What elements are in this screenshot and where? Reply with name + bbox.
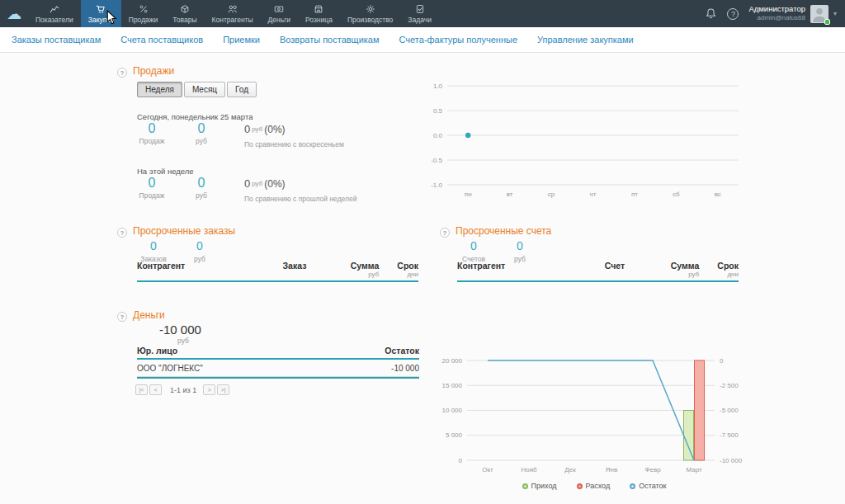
sales-week-stats: 0 Продаж 0 руб 0руб(0%) По сравнению с п… (137, 176, 356, 203)
money-chart: 20 000015 000-2 50010 000-5 0005 000-7 5… (427, 355, 758, 478)
pagination-last-button[interactable]: >| (217, 384, 229, 395)
topbar-item-metrics[interactable]: Показатели (28, 0, 81, 27)
svg-text:Нояб: Нояб (521, 466, 537, 473)
overdue-invoices-amount: 0 руб (505, 239, 535, 263)
svg-text:-10 000: -10 000 (720, 457, 743, 464)
topbar-item-label: Производство (347, 16, 393, 24)
help-icon-overdue-orders[interactable]: ? (117, 228, 127, 238)
topbar-item-money[interactable]: Деньги (261, 0, 298, 27)
sales-today-delta: 0руб(0%) По сравнению с воскресеньем (244, 121, 344, 148)
delta-percent: (0%) (264, 124, 285, 135)
help-icon-money[interactable]: ? (117, 312, 127, 322)
table-cell: ООО "ЛОГНЕКС" (137, 364, 306, 373)
svg-text:-2 500: -2 500 (720, 382, 739, 389)
column-header: Суммаруб (334, 261, 380, 278)
topbar-item-label: Задачи (408, 16, 432, 24)
overdue-orders-title: Просроченные заказы (133, 225, 235, 237)
topbar-item-sales[interactable]: Продажи (121, 0, 166, 27)
stat-value: 0 (139, 239, 168, 253)
topbar-item-tasks[interactable]: Задачи (400, 0, 439, 27)
money-total-unit: руб (177, 337, 201, 345)
overdue-orders-amount: 0 руб (185, 239, 215, 263)
notifications-bell-icon[interactable] (705, 7, 717, 20)
topbar-item-production[interactable]: Производство (340, 0, 400, 27)
help-icon-sales[interactable]: ? (117, 68, 127, 78)
tab-Неделя[interactable]: Неделя (137, 82, 182, 97)
svg-text:вс: вс (715, 191, 721, 198)
sales-today-amount: 0 руб (186, 121, 216, 145)
legend-item-Расход[interactable]: Расход (577, 482, 611, 490)
svg-text:-0.5: -0.5 (431, 157, 442, 164)
column-header: Срокдни (699, 261, 739, 278)
svg-text:5 000: 5 000 (446, 431, 463, 439)
user-menu[interactable]: Администратор admin@natus68 ▾ (748, 5, 837, 23)
stat-label: Продаж (137, 191, 167, 200)
table-row[interactable]: ООО "ЛОГНЕКС"-10 000 (137, 360, 419, 377)
tab-Месяц[interactable]: Месяц (184, 82, 225, 97)
money-chart-legend: ПриходРасходОстаток (446, 482, 743, 490)
topbar-item-retail[interactable]: Розница (298, 0, 340, 27)
user-meta: Администратор admin@natus68 (748, 5, 805, 21)
svg-text:1.0: 1.0 (433, 82, 443, 90)
help-icon-overdue-invoices[interactable]: ? (440, 228, 450, 238)
svg-text:вт: вт (507, 191, 513, 198)
topbar-item-counterparties[interactable]: Контрагенты (205, 0, 261, 27)
svg-text:сб: сб (673, 191, 680, 198)
retail-icon (314, 4, 323, 14)
svg-text:Март: Март (686, 466, 701, 473)
legend-label: Остаток (639, 482, 666, 490)
topbar-item-label: Товары (172, 16, 196, 24)
user-email: admin@natus68 (748, 14, 805, 21)
pagination-first-button[interactable]: |< (135, 384, 148, 395)
subnav-link-5[interactable]: Счета-фактуры полученные (399, 35, 518, 45)
goods-icon (180, 4, 190, 14)
pagination-range: 1-1 из 1 (170, 386, 196, 394)
delta-unit: руб (252, 180, 262, 187)
app-logo-cloud-icon[interactable]: ☁ (0, 0, 28, 27)
overdue-orders-table: КонтрагентЗаказСуммарубСрокдни (137, 261, 418, 282)
overdue-invoices-count: 0 Счетов (459, 239, 489, 263)
subnav-link-3[interactable]: Приемки (223, 35, 260, 45)
topbar-item-label: Контрагенты (212, 16, 253, 24)
column-header: Юр. лицо (137, 346, 306, 356)
sales-widget-title: Продажи (133, 65, 174, 77)
subnav-link-4[interactable]: Возвраты поставщикам (280, 35, 380, 45)
svg-text:ср: ср (548, 191, 555, 198)
pagination-prev-button[interactable]: < (149, 384, 162, 395)
svg-text:-1.0: -1.0 (431, 181, 442, 189)
sales-week-label: На этой неделе (137, 167, 194, 176)
subnav-link-1[interactable]: Заказы поставщикам (12, 35, 101, 45)
svg-text:пт: пт (631, 191, 638, 198)
topbar-item-label: Закупки (88, 16, 114, 24)
legend-label: Приход (531, 482, 557, 490)
subnav-link-6[interactable]: Управление закупками (537, 35, 634, 45)
stat-value: 0 (137, 176, 167, 190)
pagination-next-button[interactable]: > (203, 384, 215, 395)
subnav-link-2[interactable]: Счета поставщиков (120, 35, 203, 45)
topbar-item-label: Продажи (129, 16, 158, 24)
svg-text:0.0: 0.0 (433, 132, 443, 139)
topbar-item-label: Показатели (35, 16, 73, 24)
legend-item-Остаток[interactable]: Остаток (630, 482, 666, 490)
money-table-footline (137, 375, 419, 379)
avatar (810, 5, 828, 23)
sales-week-delta: 0руб(0%) По сравнению с прошлой неделей (244, 176, 356, 203)
chevron-down-icon: ▾ (833, 10, 837, 17)
column-header: Счет (575, 261, 654, 271)
table-header: КонтрагентСчетСуммарубСрокдни (457, 261, 739, 282)
svg-text:0: 0 (720, 357, 724, 365)
money-total-value: -10 000 (159, 323, 201, 337)
user-name: Администратор (748, 5, 805, 14)
overdue-orders-count: 0 Заказов (139, 239, 168, 263)
stat-value: 0 (505, 239, 535, 253)
svg-text:пн: пн (465, 191, 472, 198)
topbar-item-purchases[interactable]: Закупки (81, 0, 121, 27)
legend-item-Приход[interactable]: Приход (522, 482, 557, 490)
money-icon (274, 4, 284, 14)
svg-text:Февр: Февр (644, 466, 661, 473)
topbar-item-goods[interactable]: Товары (165, 0, 204, 27)
help-icon[interactable]: ? (727, 8, 739, 20)
tab-Год[interactable]: Год (227, 82, 257, 97)
stat-value: 0 (186, 121, 216, 135)
sales-week-amount: 0 руб (186, 176, 216, 200)
